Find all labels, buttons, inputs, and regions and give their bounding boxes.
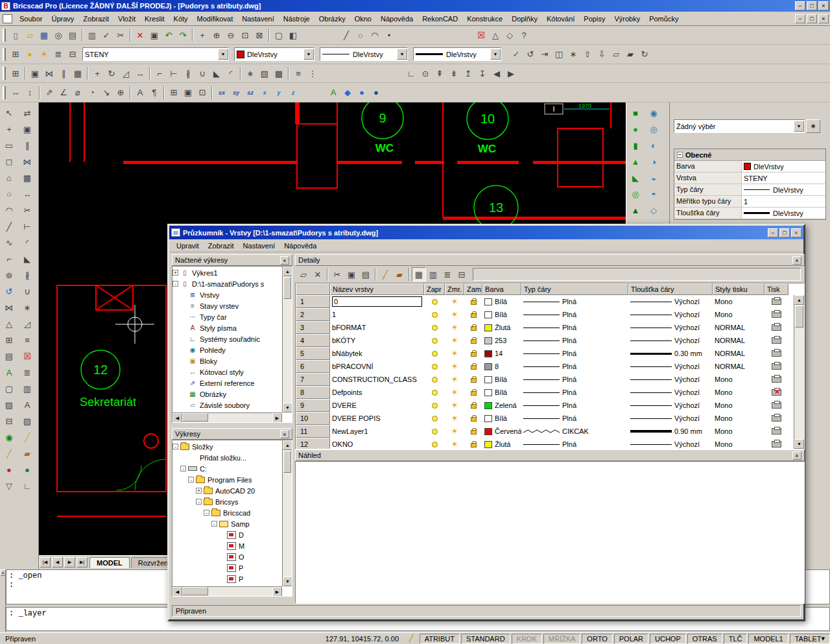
scale-icon[interactable]: ◿ — [19, 316, 35, 332]
scale-x-icon[interactable]: sx — [215, 86, 229, 100]
spline-icon[interactable]: ∿ — [1, 235, 17, 251]
tree-expander-icon[interactable]: - — [180, 466, 186, 471]
text-icon[interactable]: A — [1, 364, 17, 381]
pencil-icon[interactable]: ╱ — [19, 429, 35, 446]
lock-icon[interactable] — [471, 391, 477, 396]
tab-model[interactable]: MODEL — [89, 557, 130, 568]
column-header[interactable]: Typ čáry — [521, 283, 628, 295]
layer-name-cell[interactable]: NewLayer1 — [330, 425, 424, 438]
text-style-icon[interactable]: A — [326, 86, 340, 100]
bulb-icon[interactable] — [432, 312, 438, 318]
layer-on-toggle[interactable] — [424, 425, 445, 438]
linetype-combo[interactable]: DleVrstvy ▼ — [320, 47, 408, 61]
layer-linetype-cell[interactable]: Plná — [521, 438, 628, 449]
layer-row[interactable]: 4bKÓTY☀253PlnáVýchozíNORMAL — [296, 334, 794, 347]
scrollbar-thumb[interactable] — [182, 587, 208, 595]
bulb-icon[interactable] — [432, 429, 438, 435]
isolate-layer-icon[interactable]: ◫ — [552, 47, 566, 62]
vertical-scrollbar[interactable]: ▲ ▼ — [794, 295, 804, 449]
view-top-icon[interactable]: ◉ — [646, 105, 661, 121]
copy-entity-icon[interactable]: ▣ — [19, 121, 35, 137]
explode-icon[interactable]: ∗ — [566, 47, 580, 62]
join-icon[interactable]: ∪ — [195, 66, 209, 80]
layer-freeze-toggle[interactable]: ☀ — [445, 308, 464, 321]
status-toggle-mřížka[interactable]: MŘÍŽKA — [543, 634, 581, 644]
edit-hatch-icon[interactable]: ▧ — [19, 413, 35, 429]
region-icon[interactable]: ⊟ — [1, 413, 17, 429]
printer-icon[interactable] — [772, 441, 781, 447]
layer-color-cell[interactable]: 14 — [482, 347, 521, 360]
print-preview-icon[interactable]: ▥ — [85, 28, 99, 42]
chamfer-icon[interactable]: ◣ — [19, 251, 35, 267]
layer-color-cell[interactable]: Bílá — [482, 386, 521, 399]
isometric-view-icon[interactable]: ◆ — [340, 86, 355, 100]
tree-expander-icon[interactable]: + — [196, 488, 202, 494]
property-row[interactable]: BarvaDleVrstvy — [674, 161, 825, 173]
lock-icon[interactable] — [471, 365, 477, 370]
chevron-down-icon[interactable]: ▼ — [218, 49, 228, 60]
chamfer-icon[interactable]: ◣ — [209, 66, 224, 80]
mirror-icon[interactable]: ⋈ — [1, 300, 17, 316]
ucs-world-icon[interactable]: ⊙ — [418, 66, 433, 80]
sun-icon[interactable]: ☀ — [451, 441, 458, 447]
cone-icon[interactable]: ▽ — [1, 478, 17, 494]
layer-lock-toggle[interactable] — [464, 308, 482, 321]
layer-lock-toggle[interactable] — [464, 386, 482, 399]
tree-expander-icon[interactable]: + — [172, 270, 178, 276]
layer-freeze-toggle[interactable]: ☀ — [445, 438, 464, 449]
pan-icon[interactable]: + — [1, 121, 17, 137]
layer-linetype-cell[interactable]: Plná — [521, 334, 628, 347]
layer-linetype-cell[interactable]: Plná — [521, 295, 628, 308]
cut-icon[interactable]: ✂ — [113, 28, 128, 42]
set-current-layer-icon[interactable]: ✓ — [509, 47, 523, 62]
layer-combo[interactable]: STENY ▼ — [82, 47, 229, 61]
layer-print-toggle[interactable] — [765, 438, 788, 449]
wedge-solid-icon[interactable]: ◣ — [628, 170, 643, 186]
array-rect-icon[interactable]: ▦ — [19, 170, 35, 186]
align-icon[interactable]: ≡ — [19, 332, 35, 348]
menubar-item[interactable]: Popisy — [579, 13, 610, 25]
layer-freeze-icon[interactable]: ☀ — [37, 47, 51, 62]
coordinates-readout[interactable]: 127.91, 10415.72, 0.00 — [321, 634, 403, 644]
coord-z-icon[interactable]: z — [286, 86, 300, 100]
find-icon[interactable]: ◎ — [51, 28, 65, 42]
close-icon[interactable]: × — [0, 569, 6, 576]
tree-item[interactable]: -▯D:\1-smazat\Pudorys s — [172, 278, 282, 289]
tree-expander-icon[interactable]: - — [188, 477, 194, 483]
sun-icon[interactable]: ☀ — [451, 298, 458, 305]
tree-item[interactable]: P — [172, 562, 282, 573]
stretch-icon[interactable]: ↔ — [133, 66, 147, 80]
printer-icon[interactable] — [772, 402, 781, 409]
horizontal-scrollbar[interactable]: ◀ ▶ — [172, 412, 282, 422]
scroll-left-icon[interactable]: ◀ — [172, 587, 182, 597]
polygon-icon[interactable]: △ — [1, 316, 17, 332]
tree-item[interactable]: ≣Vrstvy — [172, 289, 282, 300]
view-down-icon[interactable]: ⇟ — [447, 66, 461, 80]
layer-name-edit[interactable]: 0 — [332, 296, 422, 307]
layer-print-toggle[interactable] — [765, 373, 788, 386]
details-view-icon[interactable]: ▦ — [412, 267, 426, 281]
layer-row[interactable]: 8Defpoints☀BíláPlnáVýchozíMono× — [296, 386, 794, 399]
hatch-icon[interactable]: ▨ — [1, 397, 17, 413]
tree-item[interactable]: ↔Kótovací styly — [172, 366, 282, 377]
help-icon[interactable]: ? — [517, 28, 531, 42]
home-ucs-icon[interactable]: ⌂ — [1, 170, 17, 186]
view-left-icon[interactable]: ◐ — [646, 137, 661, 154]
lock-icon[interactable] — [471, 339, 477, 344]
printer-icon[interactable] — [772, 337, 781, 344]
layer-freeze-toggle[interactable]: ☀ — [445, 373, 464, 386]
bulb-icon[interactable] — [432, 403, 438, 409]
measure-icon[interactable]: ∟ — [19, 478, 35, 494]
menubar-item[interactable]: Doplňky — [507, 13, 542, 25]
collapse-icon[interactable]: − — [677, 152, 683, 158]
layer-linetype-cell[interactable]: Plná — [521, 386, 628, 399]
layer-lock-toggle[interactable] — [464, 295, 482, 308]
layer-name-cell[interactable]: Defpoints — [330, 386, 424, 399]
printer-icon[interactable] — [772, 376, 781, 383]
layer-lock-toggle[interactable] — [464, 321, 482, 334]
tree-item[interactable]: -Složky — [172, 441, 282, 452]
sun-icon[interactable]: ☀ — [451, 363, 458, 370]
dim-linear-icon[interactable]: ↔ — [8, 86, 23, 100]
layer-lineweight-cell[interactable]: Výchozí — [628, 399, 713, 412]
layer-lineweight-cell[interactable]: 0.90 mm — [628, 425, 713, 438]
